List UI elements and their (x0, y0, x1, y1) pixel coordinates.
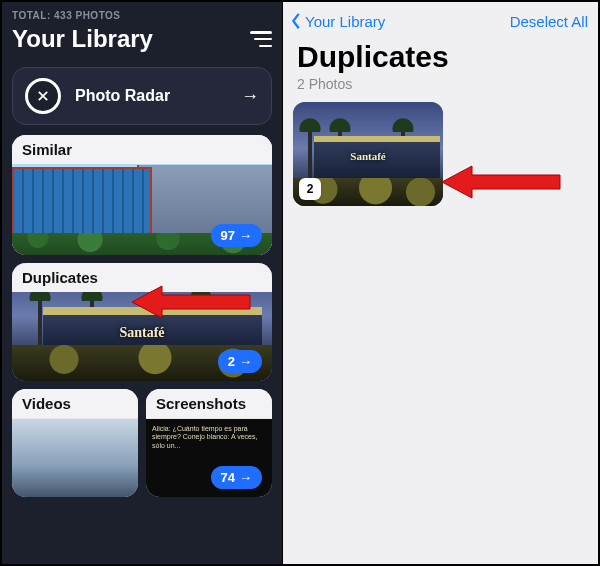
mall-sign-text: Santafé (350, 150, 385, 162)
count-pill[interactable]: 97 → (211, 224, 262, 247)
svg-marker-0 (132, 286, 250, 318)
menu-icon[interactable] (250, 31, 272, 47)
category-label: Videos (12, 389, 138, 418)
mall-sign-text: Santafé (119, 325, 164, 341)
category-screenshots[interactable]: Screenshots Alicia: ¿Cuánto tiempo es pa… (146, 389, 272, 497)
photo-radar-card[interactable]: Photo Radar → (12, 67, 272, 125)
arrow-right-icon: → (241, 86, 259, 107)
category-similar[interactable]: Similar 97 → (12, 135, 272, 255)
deselect-all-button[interactable]: Deselect All (510, 13, 588, 30)
photo-count-label: 2 Photos (283, 74, 598, 102)
duplicates-detail-screen: Your Library Deselect All Duplicates 2 P… (282, 2, 598, 564)
arrow-right-icon: → (239, 228, 252, 243)
count-pill[interactable]: 74 → (211, 466, 262, 489)
category-label: Similar (12, 135, 272, 164)
back-label: Your Library (305, 13, 385, 30)
chevron-left-icon (289, 12, 303, 30)
total-photos-label: TOTAL: 433 PHOTOS (12, 10, 272, 21)
videos-thumbnail (12, 419, 138, 497)
close-icon[interactable] (25, 78, 61, 114)
arrow-right-icon: → (239, 470, 252, 485)
svg-marker-1 (442, 166, 560, 198)
page-title: Your Library (12, 25, 153, 53)
duplicate-count-badge: 2 (299, 178, 321, 200)
count-pill[interactable]: 2 → (218, 350, 262, 373)
photo-radar-label: Photo Radar (75, 87, 227, 105)
annotation-arrow-right (442, 162, 562, 202)
category-label: Screenshots (146, 389, 272, 418)
count-value: 2 (228, 354, 235, 369)
annotation-arrow-left (132, 282, 252, 322)
category-duplicates[interactable]: Duplicates Santafé 2 → (12, 263, 272, 381)
count-value: 97 (221, 228, 235, 243)
category-videos[interactable]: Videos (12, 389, 138, 497)
count-value: 74 (221, 470, 235, 485)
page-title: Duplicates (283, 40, 598, 74)
arrow-right-icon: → (239, 354, 252, 369)
back-button[interactable]: Your Library (289, 12, 385, 30)
duplicate-group-thumbnail[interactable]: Santafé 2 (293, 102, 443, 206)
